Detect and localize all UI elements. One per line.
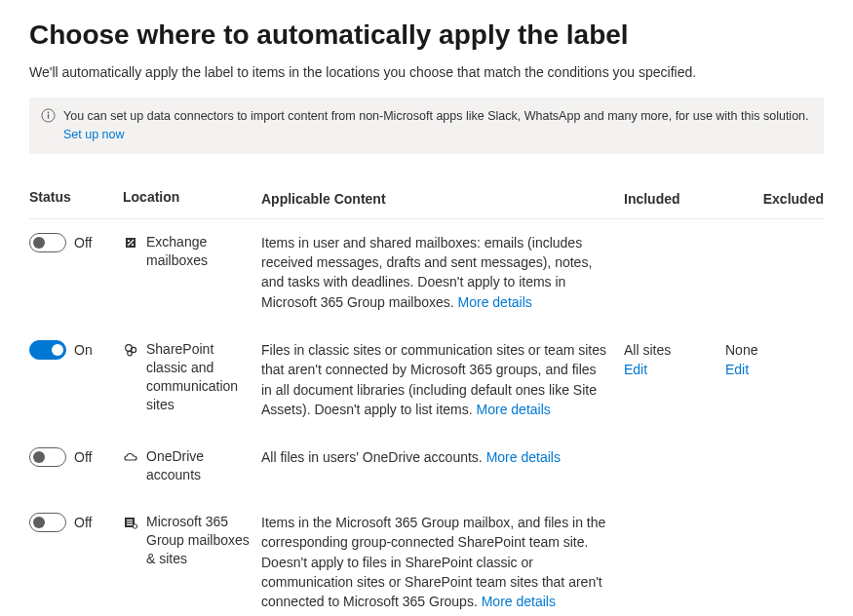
m365group-icon: [123, 515, 138, 530]
more-details-link[interactable]: More details: [477, 402, 551, 417]
info-banner: You can set up data connectors to import…: [29, 97, 824, 154]
excluded-cell: NoneEdit: [725, 340, 824, 380]
applicable-content-text: Items in user and shared mailboxes: emai…: [261, 233, 624, 312]
applicable-content-text: All files in users' OneDrive accounts. M…: [261, 447, 624, 467]
location-label: Microsoft 365 Group mailboxes & sites: [146, 513, 253, 568]
svg-rect-2: [48, 114, 49, 119]
set-up-now-link[interactable]: Set up now: [63, 128, 125, 141]
sharepoint-icon: [123, 342, 138, 358]
table-row: OnSharePoint classic and communication s…: [29, 327, 824, 434]
onedrive-icon: [123, 449, 138, 465]
info-banner-text: You can set up data connectors to import…: [63, 107, 812, 144]
included-cell: All sitesEdit: [624, 340, 725, 380]
location-label: SharePoint classic and communication sit…: [146, 340, 253, 414]
status-label: Off: [74, 449, 92, 465]
header-included: Included: [624, 189, 725, 209]
table-row: OffExchange mailboxesItems in user and s…: [29, 219, 824, 327]
exchange-icon: [123, 235, 138, 250]
svg-point-1: [48, 111, 50, 113]
info-icon: [41, 108, 56, 123]
more-details-link[interactable]: More details: [458, 294, 532, 310]
table-header-row: Status Location Applicable Content Inclu…: [29, 175, 824, 219]
header-status: Status: [29, 189, 123, 205]
location-label: Exchange mailboxes: [146, 233, 253, 270]
header-content: Applicable Content: [261, 189, 624, 209]
applicable-content-text: Files in classic sites or communication …: [261, 340, 624, 419]
edit-excluded-link[interactable]: Edit: [725, 362, 749, 377]
more-details-link[interactable]: More details: [486, 449, 561, 465]
status-toggle[interactable]: [29, 513, 66, 532]
included-value: All sites: [624, 340, 725, 360]
header-location: Location: [123, 189, 261, 205]
edit-included-link[interactable]: Edit: [624, 362, 647, 377]
excluded-value: None: [725, 340, 824, 360]
applicable-content-text: Items in the Microsoft 365 Group mailbox…: [261, 513, 624, 611]
status-toggle[interactable]: [29, 233, 66, 252]
page-subtitle: We'll automatically apply the label to i…: [29, 64, 824, 80]
locations-table: Status Location Applicable Content Inclu…: [29, 175, 824, 617]
table-row: OffMicrosoft 365 Group mailboxes & sites…: [29, 499, 824, 616]
table-row: OffOneDrive accountsAll files in users' …: [29, 434, 824, 499]
status-label: Off: [74, 235, 92, 250]
status-toggle[interactable]: [29, 447, 66, 467]
location-label: OneDrive accounts: [146, 447, 253, 484]
status-toggle[interactable]: [29, 340, 66, 360]
status-label: Off: [74, 515, 92, 530]
more-details-link[interactable]: More details: [482, 594, 556, 609]
status-label: On: [74, 342, 93, 358]
header-excluded: Excluded: [725, 189, 824, 209]
page-title: Choose where to automatically apply the …: [29, 19, 824, 51]
